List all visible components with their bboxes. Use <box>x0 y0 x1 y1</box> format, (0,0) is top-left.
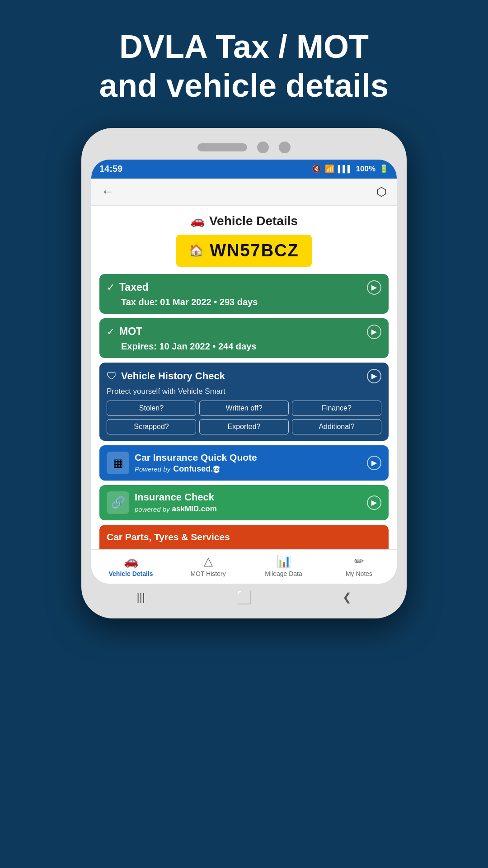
finance-tag[interactable]: Finance? <box>292 401 381 416</box>
mot-check-icon: ✓ <box>107 326 115 338</box>
insurance-check-title: Insurance Check <box>135 491 217 503</box>
app-nav-bar: ← ⬡ <box>91 179 397 206</box>
home-control[interactable]: ⬜ <box>236 590 252 605</box>
car-icon: 🚗 <box>190 214 205 228</box>
phone-screen: 14:59 🔇 📶 ▌▌▌ 100% 🔋 ← ⬡ 🚗 Ve <box>91 160 397 584</box>
page-header-title: DVLA Tax / MOT and vehicle details <box>72 27 416 105</box>
mot-arrow: ▶ <box>367 325 381 339</box>
recents-control[interactable]: ||| <box>136 591 145 604</box>
history-tags: Stolen? Written off? Finance? Scrapped? … <box>107 401 381 434</box>
nav-item-mileage-data[interactable]: 📊 Mileage Data <box>263 554 304 577</box>
battery-icon: 100% <box>356 165 375 174</box>
phone-camera-1 <box>257 142 269 153</box>
insurance-quote-icon: ▦ <box>107 452 129 474</box>
my-notes-nav-icon: ✏ <box>354 554 364 568</box>
taxed-subtitle: Tax due: 01 Mar 2022 • 293 days <box>121 297 258 307</box>
plate-number: WN57BCZ <box>210 241 299 260</box>
nav-item-mot-history[interactable]: △ MOT History <box>188 554 229 577</box>
askmid-brand: askMID.com <box>172 505 217 514</box>
mute-icon: 🔇 <box>312 164 321 174</box>
partial-card-title: Car Parts, Tyres & Services <box>107 532 230 542</box>
taxed-title: Taxed <box>119 281 149 293</box>
powered-by-2: powered by <box>135 505 170 513</box>
mileage-data-nav-icon: 📊 <box>277 554 291 568</box>
mot-card[interactable]: ✓ MOT ▶ Expires: 10 Jan 2022 • 244 days <box>99 318 389 358</box>
nav-item-vehicle-details[interactable]: 🚗 Vehicle Details <box>108 554 153 577</box>
insurance-quote-title: Car Insurance Quick Quote <box>135 452 257 463</box>
vehicle-details-title-row: 🚗 Vehicle Details <box>99 214 389 228</box>
back-button[interactable]: ← <box>101 184 114 199</box>
insurance-check-card[interactable]: 🔗 Insurance Check powered by askMID.com … <box>99 485 389 520</box>
insurance-check-icon: 🔗 <box>107 491 129 514</box>
exported-tag[interactable]: Exported? <box>199 419 289 434</box>
phone-frame: 14:59 🔇 📶 ▌▌▌ 100% 🔋 ← ⬡ 🚗 Ve <box>81 128 407 618</box>
history-description: Protect yourself with Vehicle Smart <box>107 387 381 396</box>
partial-card[interactable]: Car Parts, Tyres & Services <box>99 525 389 549</box>
phone-bottom-controls: ||| ⬜ ❮ <box>91 584 397 609</box>
wifi-icon: 📶 <box>325 164 334 174</box>
battery-full-icon: 🔋 <box>379 164 389 174</box>
plate-home-icon: 🏠 <box>189 244 203 258</box>
phone-camera-2 <box>279 142 291 153</box>
mot-title: MOT <box>119 326 142 338</box>
vehicle-details-label: Vehicle Details <box>209 214 298 228</box>
mot-history-nav-label: MOT History <box>190 570 225 577</box>
status-icons: 🔇 📶 ▌▌▌ 100% 🔋 <box>312 164 389 174</box>
insurance-quote-card[interactable]: ▦ Car Insurance Quick Quote Powered by C… <box>99 445 389 481</box>
stolen-tag[interactable]: Stolen? <box>107 401 196 416</box>
confused-brand: Confused.com <box>173 464 220 474</box>
scrapped-tag[interactable]: Scrapped? <box>107 419 196 434</box>
mot-subtitle: Expires: 10 Jan 2022 • 244 days <box>121 341 256 351</box>
phone-notch <box>91 138 397 155</box>
history-check-title: Vehicle History Check <box>121 370 225 382</box>
history-check-card[interactable]: 🛡 Vehicle History Check ▶ Protect yourse… <box>99 363 389 441</box>
back-control[interactable]: ❮ <box>343 591 352 604</box>
mileage-data-nav-label: Mileage Data <box>265 570 302 577</box>
insurance-check-text: Insurance Check powered by askMID.com <box>135 491 217 514</box>
taxed-arrow: ▶ <box>367 280 381 295</box>
nav-item-my-notes[interactable]: ✏ My Notes <box>339 554 380 577</box>
vehicle-details-nav-icon: 🚗 <box>124 554 138 568</box>
mot-history-nav-icon: △ <box>204 554 213 568</box>
signal-icon: ▌▌▌ <box>338 165 352 173</box>
status-bar: 14:59 🔇 📶 ▌▌▌ 100% 🔋 <box>91 160 397 179</box>
status-time: 14:59 <box>99 164 122 174</box>
share-button[interactable]: ⬡ <box>376 185 387 199</box>
powered-by-label: Powered by <box>135 465 170 473</box>
vehicle-details-nav-label: Vehicle Details <box>108 570 153 577</box>
taxed-card[interactable]: ✓ Taxed ▶ Tax due: 01 Mar 2022 • 293 day… <box>99 274 389 314</box>
insurance-quote-text: Car Insurance Quick Quote Powered by Con… <box>135 452 257 474</box>
phone-speaker <box>197 143 247 151</box>
my-notes-nav-label: My Notes <box>346 570 372 577</box>
additional-tag[interactable]: Additional? <box>292 419 381 434</box>
insurance-check-arrow: ▶ <box>367 495 381 510</box>
bottom-nav: 🚗 Vehicle Details △ MOT History 📊 Mileag… <box>91 549 397 584</box>
license-plate: 🏠 WN57BCZ <box>176 235 312 267</box>
insurance-quote-arrow: ▶ <box>367 456 381 470</box>
written-off-tag[interactable]: Written off? <box>199 401 289 416</box>
shield-icon: 🛡 <box>107 370 117 382</box>
history-arrow: ▶ <box>367 369 381 383</box>
taxed-check-icon: ✓ <box>107 282 115 293</box>
screen-content: 🚗 Vehicle Details 🏠 WN57BCZ ✓ Taxed <box>91 206 397 549</box>
